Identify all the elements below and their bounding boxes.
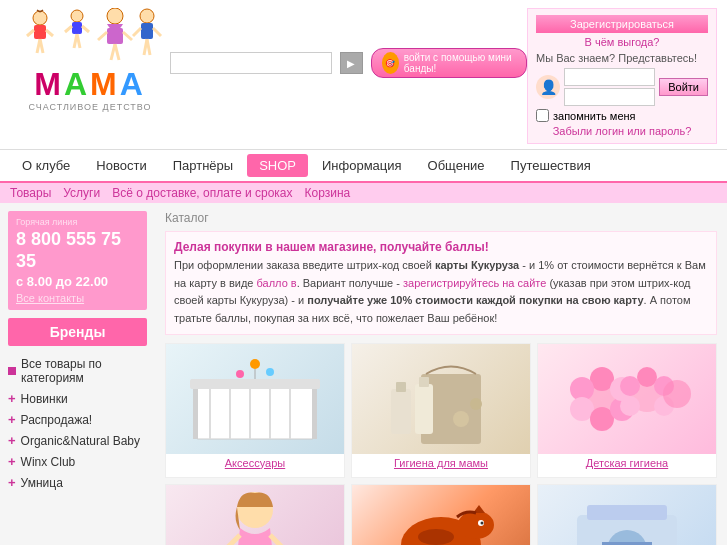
svg-line-6 [27, 30, 34, 36]
plus-icon: + [8, 391, 16, 406]
promo-title: Делая покупки в нашем магазине, получайт… [174, 238, 708, 257]
product-image-hygiene-mom [352, 344, 530, 454]
sec-nav: Товары Услуги Всё о доставке, оплате и с… [0, 183, 727, 203]
svg-rect-41 [396, 382, 406, 392]
svg-rect-43 [419, 377, 429, 387]
know-you-text: Мы Вас знаем? Представьтесь! [536, 52, 708, 64]
svg-rect-21 [141, 23, 153, 39]
sidebar-item-sale[interactable]: + Распродажа! [8, 409, 147, 430]
promo-link-register[interactable]: зарегистрируйтесь на сайте [403, 277, 546, 289]
hotline-box: Горячая линия 8 800 555 75 35 с 8.00 до … [8, 211, 147, 310]
product-card-hygiene-mom[interactable]: Гигиена для мамы [351, 343, 531, 478]
sidebar-item-new[interactable]: + Новинки [8, 388, 147, 409]
product-label-hygiene-mom: Гигиена для мамы [352, 454, 530, 472]
login-fields [564, 68, 655, 106]
search-input[interactable] [170, 52, 332, 74]
search-button[interactable]: ▶ [340, 52, 363, 74]
sec-nav-cart[interactable]: Корзина [305, 186, 351, 200]
svg-rect-28 [193, 389, 198, 439]
svg-rect-73 [602, 542, 652, 545]
sidebar: Горячая линия 8 800 555 75 35 с 8.00 до … [0, 203, 155, 545]
product-card-girl[interactable] [165, 484, 345, 545]
top-area: МАМА СЧАСТЛИВОЕ ДЕТСТВО ▶ 🎯 войти с помо… [0, 0, 727, 150]
svg-line-62 [270, 535, 290, 545]
product-card-last[interactable] [537, 484, 717, 545]
svg-point-35 [250, 359, 260, 369]
sidebar-item-organic[interactable]: + Organic&Natural Baby [8, 430, 147, 451]
svg-point-37 [236, 370, 244, 378]
svg-line-11 [77, 34, 80, 48]
search-icon: ▶ [347, 58, 355, 69]
svg-line-7 [46, 30, 53, 36]
hotline-contacts-link[interactable]: Все контакты [16, 292, 139, 304]
miniband-button[interactable]: 🎯 войти с помощью мини банды! [371, 48, 527, 78]
product-card-hygiene-baby[interactable]: Детская гигиена [537, 343, 717, 478]
svg-point-38 [266, 368, 274, 376]
forgot-link[interactable]: Забыли логин или пароль? [536, 125, 708, 137]
benefit-link[interactable]: В чём выгода? [536, 36, 708, 48]
nav-item-shop[interactable]: SHOP [247, 154, 308, 177]
sidebar-item-all-categories[interactable]: Все товары по категориям [8, 354, 147, 388]
svg-point-54 [637, 367, 657, 387]
product-card-accessories[interactable]: Аксессуары [165, 343, 345, 478]
logo-area: МАМА СЧАСТЛИВОЕ ДЕТСТВО [10, 8, 170, 112]
hotline-label: Горячая линия [16, 217, 139, 227]
svg-point-45 [470, 398, 482, 410]
svg-point-59 [663, 380, 691, 408]
svg-rect-15 [107, 28, 123, 44]
nav-item-oklube[interactable]: О клубе [10, 154, 82, 177]
svg-point-14 [107, 8, 123, 24]
sec-nav-services[interactable]: Услуги [63, 186, 100, 200]
product-card-horse[interactable] [351, 484, 531, 545]
svg-rect-42 [415, 384, 433, 434]
hotline-number: 8 800 555 75 35 [16, 229, 139, 272]
sidebar-menu: Все товары по категориям + Новинки + Рас… [8, 354, 147, 493]
remember-checkbox[interactable] [536, 109, 549, 122]
nav-item-travel[interactable]: Путешествия [499, 154, 603, 177]
register-button[interactable]: Зарегистрироваться [536, 15, 708, 33]
username-input[interactable] [564, 68, 655, 86]
product-image-accessories [166, 344, 344, 454]
product-image-last [538, 485, 716, 545]
login-row: 👤 Войти [536, 68, 708, 106]
enter-button[interactable]: Войти [659, 78, 708, 96]
svg-point-57 [620, 396, 640, 416]
logo-text: МАМА [34, 68, 146, 100]
product-grid: Аксессуары [165, 343, 717, 545]
sidebar-item-umnitsa[interactable]: + Умница [8, 472, 147, 493]
svg-line-24 [133, 28, 141, 36]
nav-item-community[interactable]: Общение [416, 154, 497, 177]
avatar-icon: 👤 [536, 75, 560, 99]
svg-line-5 [40, 39, 43, 53]
miniband-icon: 🎯 [382, 52, 399, 74]
nav-bar: О клубе Новости Партнёры SHOP Информация… [0, 150, 727, 183]
sec-nav-delivery[interactable]: Всё о доставке, оплате и сроках [112, 186, 292, 200]
svg-rect-3 [34, 25, 46, 39]
plus-icon: + [8, 412, 16, 427]
password-input[interactable] [564, 88, 655, 106]
svg-rect-29 [312, 389, 317, 439]
svg-rect-27 [190, 379, 320, 389]
content-area: Горячая линия 8 800 555 75 35 с 8.00 до … [0, 203, 727, 545]
promo-link-balls[interactable]: балло в [257, 277, 297, 289]
svg-line-61 [220, 535, 240, 545]
svg-point-64 [458, 511, 494, 539]
sec-nav-goods[interactable]: Товары [10, 186, 51, 200]
svg-line-13 [82, 26, 89, 32]
svg-line-23 [147, 39, 150, 55]
plus-icon: + [8, 454, 16, 469]
sidebar-item-winx[interactable]: + Winx Club [8, 451, 147, 472]
promo-box: Делая покупки в нашем магазине, получайт… [165, 231, 717, 335]
svg-point-55 [620, 376, 640, 396]
brands-button[interactable]: Бренды [8, 318, 147, 346]
nav-item-news[interactable]: Новости [84, 154, 158, 177]
nav-item-partners[interactable]: Партнёры [161, 154, 245, 177]
svg-point-20 [140, 9, 154, 23]
plus-icon: + [8, 433, 16, 448]
svg-point-66 [481, 521, 484, 524]
svg-point-0 [33, 11, 47, 25]
svg-rect-71 [587, 505, 667, 520]
logo-illustration [15, 8, 165, 68]
nav-item-info[interactable]: Информация [310, 154, 414, 177]
svg-point-69 [418, 529, 454, 545]
